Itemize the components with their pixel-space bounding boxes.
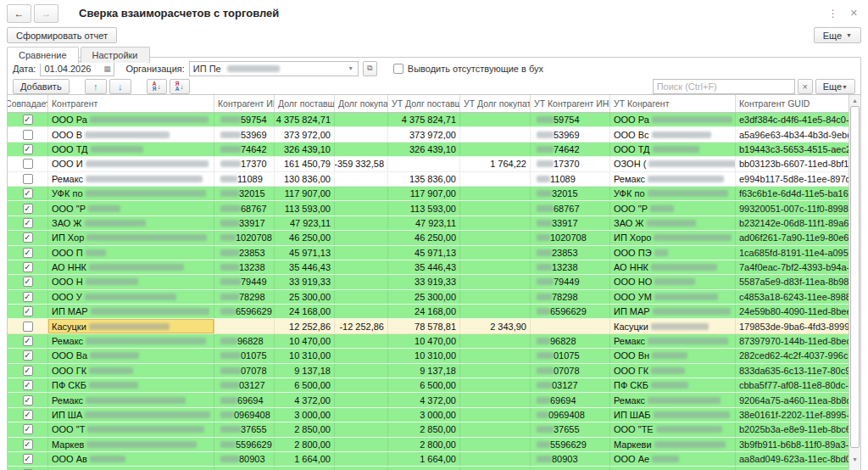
buyer-debt-cell[interactable] [335, 143, 388, 156]
ut-counterparty-cell[interactable]: ПФ СКБ [610, 378, 736, 392]
ut-supplier-debt-cell[interactable]: 24 168,00 [388, 305, 460, 318]
ut-counterparty-inn-cell[interactable]: 1020708 [531, 231, 610, 244]
close-icon[interactable]: ✕ [847, 8, 861, 19]
row-checkbox[interactable]: ✓ [23, 277, 33, 287]
supplier-debt-cell[interactable]: 2 850,00 [275, 422, 335, 436]
ut-counterparty-inn-cell[interactable]: 96828 [531, 334, 610, 348]
buyer-debt-cell[interactable] [335, 127, 388, 141]
ut-buyer-debt-cell[interactable] [460, 260, 531, 274]
counterparty-cell[interactable]: ООО "Т [48, 422, 214, 436]
buyer-debt-cell[interactable] [335, 452, 388, 466]
counterparty-inn-cell[interactable]: 0969408 [214, 408, 275, 422]
counterparty-cell[interactable]: ИП МАР [48, 305, 214, 318]
counterparty-inn-cell[interactable]: 5596629 [214, 438, 275, 451]
ut-buyer-debt-cell[interactable] [460, 452, 531, 466]
buyer-debt-cell[interactable] [335, 422, 388, 436]
row-checkbox[interactable]: ✓ [23, 395, 33, 406]
ut-supplier-debt-cell[interactable]: 3 000,00 [388, 408, 460, 422]
table-row[interactable]: ✓АО ННК1323835 446,4335 446,4313238АО НН… [8, 260, 849, 275]
add-button[interactable]: Добавить [13, 79, 70, 94]
sort-ascending-button[interactable]: АЯ ↓ [147, 79, 167, 94]
table-row[interactable]: ✓ООО "Р68767113 593,00113 593,0068767ООО… [8, 201, 849, 215]
table-row[interactable]: ✓ИП ША09694083 000,003 000,000969408ИП Ш… [8, 408, 849, 422]
matches-cell[interactable]: ✓ [8, 113, 48, 126]
supplier-debt-cell[interactable]: 33 919,33 [275, 275, 335, 288]
ut-supplier-debt-cell[interactable]: 35 446,43 [388, 260, 460, 274]
ut-counterparty-inn-cell[interactable]: 78298 [531, 290, 610, 304]
counterparty-cell[interactable]: ООО Ав [48, 452, 214, 466]
buyer-debt-cell[interactable] [335, 467, 388, 470]
counterparty-guid-cell[interactable]: f63c6b1e-6d4d-11e5-ba16-ac220... [736, 187, 849, 200]
matches-cell[interactable]: ✓ [8, 231, 48, 244]
counterparty-guid-cell[interactable]: 24e59b80-4090-11ed-8bee-00d8... [736, 305, 849, 318]
matches-cell[interactable]: ✓ [8, 364, 48, 378]
ut-buyer-debt-cell[interactable] [460, 216, 531, 230]
buyer-debt-cell[interactable] [335, 201, 388, 215]
table-row[interactable]: ✓Маркев55966292 800,002 800,005596629Мар… [8, 438, 849, 452]
ut-supplier-debt-cell[interactable]: 9 137,18 [388, 364, 460, 378]
ut-supplier-debt-cell[interactable]: 113 593,00 [388, 201, 460, 215]
ut-buyer-debt-cell[interactable] [460, 201, 531, 215]
column-header-matches[interactable]: Совпадает [8, 95, 48, 112]
row-checkbox[interactable]: ✓ [23, 262, 33, 272]
ut-counterparty-cell[interactable]: ОЗОН ( [610, 157, 736, 171]
ut-supplier-debt-cell[interactable]: 47 923,11 [388, 216, 460, 230]
supplier-debt-cell[interactable]: 35 446,43 [275, 260, 335, 274]
ut-counterparty-cell[interactable]: Ремакс [610, 393, 736, 406]
forward-button[interactable]: → [34, 4, 58, 23]
table-more-button[interactable]: Еще ▼ [815, 79, 855, 94]
counterparty-cell[interactable]: ООО Ва [48, 349, 214, 362]
counterparty-guid-cell[interactable]: 5587a5e9-d83f-11ea-8b98-00d86... [736, 275, 849, 288]
scroll-up-icon[interactable]: ▲ [849, 95, 860, 106]
ut-buyer-debt-cell[interactable]: 1 764,22 [460, 157, 531, 171]
buyer-debt-cell[interactable] [335, 113, 388, 126]
row-checkbox[interactable]: ✓ [23, 204, 33, 214]
supplier-debt-cell[interactable]: 373 972,00 [275, 127, 335, 141]
vertical-scrollbar[interactable]: ▲ ▼ [849, 95, 860, 470]
row-checkbox[interactable]: ✓ [23, 248, 33, 258]
counterparty-guid-cell[interactable]: e994b117-5d8e-11ee-897d-d8bbc... [736, 172, 849, 186]
ut-counterparty-inn-cell[interactable]: 07078 [531, 364, 610, 378]
ut-buyer-debt-cell[interactable] [460, 349, 531, 362]
ut-counterparty-cell[interactable]: Ремакс [610, 172, 736, 186]
counterparty-cell[interactable]: АО ННК [48, 260, 214, 274]
ut-supplier-debt-cell[interactable] [388, 157, 460, 171]
ut-buyer-debt-cell[interactable] [460, 275, 531, 288]
ut-buyer-debt-cell[interactable] [460, 246, 531, 260]
counterparty-inn-cell[interactable]: 11089 [214, 172, 275, 186]
supplier-debt-cell[interactable]: 4 375 824,71 [275, 113, 335, 126]
supplier-debt-cell[interactable]: 24 168,00 [275, 305, 335, 318]
counterparty-inn-cell[interactable]: 78298 [214, 290, 275, 304]
buyer-debt-cell[interactable] [335, 290, 388, 304]
buyer-debt-cell[interactable] [335, 246, 388, 260]
column-header-ut-counterparty[interactable]: УТ Конрагент [610, 95, 736, 112]
ut-counterparty-cell[interactable]: ООО "Р [610, 201, 736, 215]
ut-counterparty-inn-cell[interactable] [531, 467, 610, 470]
counterparty-inn-cell[interactable]: 6596629 [214, 305, 275, 318]
counterparty-cell[interactable]: ООО П [48, 246, 214, 260]
matches-cell[interactable]: ✓ [8, 246, 48, 260]
row-checkbox[interactable]: ✓ [23, 424, 33, 434]
ut-counterparty-cell[interactable]: УФК по [610, 187, 736, 200]
tab-settings[interactable]: Настройки [81, 47, 150, 63]
form-more-button[interactable]: Еще ▼ [814, 27, 861, 43]
ut-buyer-debt-cell[interactable] [460, 187, 531, 200]
ut-buyer-debt-cell[interactable] [460, 290, 531, 304]
row-checkbox[interactable]: ✓ [23, 306, 33, 316]
table-row[interactable]: ✓ООО ТД74642326 439,10326 439,1074642ООО… [8, 143, 849, 157]
table-row[interactable]: ✓ИП Хор102070846 250,0046 250,001020708И… [8, 231, 849, 245]
buyer-debt-cell[interactable] [335, 334, 388, 348]
table-row[interactable]: ✓ООО "Т376552 850,002 850,0037655ООО "ТЕ… [8, 422, 849, 437]
supplier-debt-cell[interactable] [275, 467, 335, 470]
supplier-debt-cell[interactable]: 25 300,00 [275, 290, 335, 304]
supplier-debt-cell[interactable]: 161 450,79 [275, 157, 335, 171]
ut-counterparty-cell[interactable] [610, 467, 736, 470]
row-checkbox[interactable]: ✓ [23, 350, 33, 361]
counterparty-inn-cell[interactable]: 69694 [214, 393, 275, 406]
ut-counterparty-inn-cell[interactable]: 53969 [531, 127, 610, 141]
counterparty-guid-cell[interactable]: e3df384c-d4f6-41e5-84c0-2a498... [736, 113, 849, 126]
counterparty-guid-cell[interactable]: c4853a18-6243-11ee-8988-d8bb... [736, 290, 849, 304]
counterparty-inn-cell[interactable]: 13238 [214, 260, 275, 274]
matches-cell[interactable]: ✓ [8, 334, 48, 348]
search-input[interactable] [654, 81, 794, 92]
